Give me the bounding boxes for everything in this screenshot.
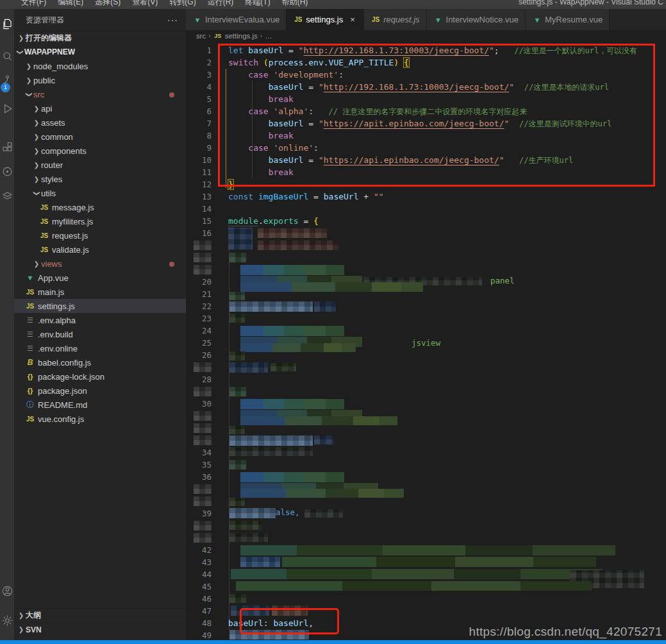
tree-item-public[interactable]: ❯public (14, 73, 186, 87)
redacted-code-block (229, 594, 246, 603)
redacted-code-block (240, 489, 404, 498)
close-icon[interactable]: × (348, 15, 357, 24)
line-number: 16 (186, 227, 212, 239)
tab-myresume-vue[interactable]: ▼MyResume.vue (526, 9, 610, 30)
redacted-code-block (314, 301, 336, 312)
chevron-right-icon: ❯ (24, 77, 33, 84)
tree-item-common[interactable]: ❯common (14, 130, 186, 144)
menu-item-2[interactable]: 选择(S) (90, 0, 125, 9)
accounts-icon[interactable] (0, 581, 14, 600)
tree-item-utils[interactable]: ❯utils (14, 186, 186, 200)
activity-bar: 1 (0, 9, 14, 640)
chevron-down-icon: ❯ (33, 189, 40, 198)
menu-item-3[interactable]: 查看(V) (128, 0, 162, 9)
open-editors-section[interactable]: ❯ 打开的编辑器 (14, 31, 186, 45)
test-explorer-icon[interactable] (0, 162, 14, 181)
tree-item-api[interactable]: ❯api (14, 101, 186, 115)
tree-item-node-modules[interactable]: ❯node_modules (14, 59, 186, 73)
chevron-down-icon: ❯ (17, 47, 24, 56)
redacted-code-block (229, 533, 268, 542)
breadcrumb-item[interactable]: src (196, 32, 206, 40)
run-debug-icon[interactable] (0, 99, 14, 118)
file-tree: ❯WAPAPPNEW❯node_modules❯public❯src❯api❯a… (14, 45, 186, 426)
line-number: 26 (186, 349, 212, 361)
env-file-icon: ☰ (24, 316, 36, 325)
tree-item-assets[interactable]: ❯assets (14, 115, 186, 130)
tree-item-validate.js[interactable]: JSvalidate.js (14, 242, 186, 257)
tree-root-wapappnew[interactable]: ❯WAPAPPNEW (14, 45, 186, 59)
sidebar-more-icon[interactable]: ··· (167, 15, 178, 25)
extensions-icon[interactable] (0, 137, 14, 157)
tree-item-main.js[interactable]: JSmain.js (14, 285, 186, 299)
breadcrumb-item[interactable]: settings.js (225, 32, 258, 40)
code-line-14: 14 (186, 203, 666, 215)
chevron-right-icon: ❯ (32, 119, 41, 126)
redacted-code-block (229, 508, 276, 518)
breadcrumb[interactable]: src›JSsettings.js›… (186, 30, 666, 41)
menu-item-6[interactable]: 终端(T) (240, 0, 274, 9)
tab-request-js[interactable]: JSrequest.js (364, 9, 426, 30)
chevron-right-icon: › (208, 32, 210, 39)
tree-item-.env.alpha[interactable]: ☰.env.alpha (14, 313, 186, 327)
code-line-13: 13const imgBaseUrl = baseUrl + "" (186, 191, 666, 203)
menu-item-4[interactable]: 转到(G) (165, 0, 200, 9)
redacted-line-number (194, 265, 212, 275)
tab-interviewnotice-vue[interactable]: ▼InterviewNotice.vue (427, 9, 526, 30)
chevron-right-icon: ❯ (32, 162, 41, 169)
redacted-code-block (240, 557, 280, 567)
settings-gear-icon[interactable] (0, 611, 14, 630)
menu-item-7[interactable]: 帮助(H) (278, 0, 313, 9)
tree-item-settings.js[interactable]: JSsettings.js (14, 299, 186, 313)
tree-item-src[interactable]: ❯src (14, 87, 186, 101)
line-number: 36 (186, 471, 212, 483)
tree-item-views[interactable]: ❯views (14, 257, 186, 271)
code-fragment: alse, (276, 507, 300, 517)
vue-file-icon: ▼ (433, 16, 444, 24)
redacted-code-block (304, 509, 343, 518)
code-line-28: 28 (186, 373, 666, 386)
tree-item-message.js[interactable]: JSmessage.js (14, 200, 186, 214)
redacted-line-number (194, 387, 212, 396)
tree-item-styles[interactable]: ❯styles (14, 172, 186, 186)
tab-interviewevalua-vue[interactable]: ▼InterviewEvalua.vue (186, 9, 287, 30)
redacted-code-block (229, 460, 246, 470)
line-number: 21 (186, 288, 212, 300)
redacted-code-block (229, 292, 245, 300)
line-number: 28 (186, 373, 212, 386)
redacted-code-block (314, 436, 333, 445)
explorer-icon[interactable] (0, 14, 14, 33)
menu-item-0[interactable]: 文件(F) (17, 0, 51, 9)
redacted-line-number (194, 423, 212, 433)
menu-item-1[interactable]: 编辑(E) (53, 0, 88, 9)
tree-item-router[interactable]: ❯router (14, 158, 186, 172)
modified-dot (169, 92, 174, 97)
tree-item-.env.online[interactable]: ☰.env.online (14, 341, 186, 355)
breadcrumb-item[interactable]: … (265, 32, 272, 40)
tree-item-request.js[interactable]: JSrequest.js (14, 228, 186, 242)
svn-layers-icon[interactable] (0, 186, 14, 205)
section-outline[interactable]: ❯大纲 (14, 608, 186, 622)
redacted-code-block (229, 301, 313, 312)
redacted-code-block (229, 447, 313, 456)
redacted-line-number (194, 411, 212, 421)
tree-item-package.json[interactable]: {}package.json (14, 384, 186, 398)
menu-item-5[interactable]: 运行(R) (203, 0, 238, 9)
tree-item-.env.build[interactable]: ☰.env.build (14, 327, 186, 341)
tree-item-components[interactable]: ❯components (14, 144, 186, 158)
section-svn[interactable]: ❯SVN (14, 622, 186, 636)
annotation-box-baseurl-line (240, 608, 339, 634)
code-editor[interactable]: 1let baseUrl = "http://192.168.1.73:1000… (186, 41, 666, 640)
tab-settings-js[interactable]: JSsettings.js× (287, 9, 364, 30)
tree-item-myfiliters.js[interactable]: JSmyfiliters.js (14, 214, 186, 228)
redacted-line-number (194, 521, 212, 530)
chevron-right-icon: ❯ (17, 612, 26, 619)
tree-item-package-lock.json[interactable]: {}package-lock.json (14, 369, 186, 384)
tree-item-app.vue[interactable]: ▼App.vue (14, 271, 186, 285)
line-number: 2 (186, 56, 212, 69)
redacted-code-block (240, 265, 344, 275)
tree-item-babel.config.js[interactable]: Bbabel.config.js (14, 355, 186, 369)
line-number: 5 (186, 93, 212, 105)
tree-item-vue.config.js[interactable]: JSvue.config.js (14, 412, 186, 426)
tree-item-readme.md[interactable]: ⓘREADME.md (14, 398, 186, 412)
search-icon[interactable] (0, 46, 14, 65)
